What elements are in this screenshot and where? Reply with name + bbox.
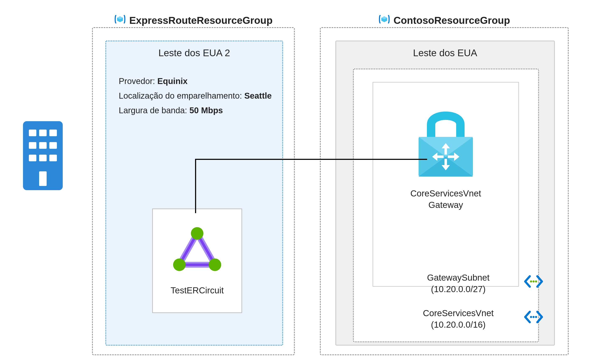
resource-group-expressroute: ExpressRouteResourceGroup Leste dos EUA … [92, 27, 295, 355]
svg-rect-7 [29, 155, 36, 161]
circuit-info-block: Provedor: Equinix Localização do emparel… [119, 74, 272, 118]
svg-point-16 [173, 259, 186, 271]
svg-rect-8 [39, 155, 47, 161]
region-title-left: Leste dos EUA 2 [106, 47, 282, 59]
gateway-label-line1: CoreServicesVnet [410, 188, 481, 198]
gateway-panel: CoreServicesVnet Gateway [373, 82, 519, 287]
svg-rect-5 [39, 142, 47, 149]
rg-title-right: ContosoResourceGroup [321, 13, 568, 27]
vnet-icon [523, 310, 544, 325]
svg-point-27 [535, 280, 537, 283]
resource-group-icon [378, 13, 390, 27]
peering-value: Seattle [244, 91, 272, 100]
region-box-left: Leste dos EUA 2 Provedor: Equinix Locali… [105, 40, 283, 346]
resource-group-icon [114, 13, 126, 27]
svg-rect-6 [49, 142, 57, 149]
rg-title-right-text: ContosoResourceGroup [393, 15, 510, 26]
subnet2-cidr: (10.20.0.0/16) [431, 320, 486, 329]
subnet1-cidr: (10.20.0.0/27) [431, 284, 486, 294]
bandwidth-value: 50 Mbps [189, 106, 223, 115]
gateway-subnet-label: GatewaySubnet (10.20.0.0/27) [406, 272, 511, 295]
subnet1-name: GatewaySubnet [427, 273, 490, 283]
svg-point-25 [530, 280, 532, 283]
connection-line [195, 159, 196, 213]
circuit-box: TestERCircuit [152, 208, 242, 313]
rg-title-left-text: ExpressRouteResourceGroup [129, 15, 273, 26]
vnet-container: CoreServicesVnet Gateway GatewaySubnet (… [353, 68, 539, 342]
svg-point-26 [533, 280, 535, 283]
svg-point-17 [209, 259, 221, 271]
provider-value: Equinix [158, 77, 187, 86]
expressroute-circuit-icon [170, 226, 224, 275]
provider-label: Provedor: [119, 77, 155, 86]
subnet2-name: CoreServicesVnet [423, 308, 494, 318]
svg-point-15 [191, 227, 203, 240]
building-icon [23, 121, 63, 190]
svg-point-28 [530, 316, 532, 318]
peering-label: Localização do emparelhamento: [119, 91, 242, 100]
resource-group-contoso: ContosoResourceGroup Leste dos EUA [320, 27, 569, 355]
region-box-right: Leste dos EUA [335, 40, 555, 346]
svg-point-30 [535, 316, 537, 318]
bandwidth-label: Largura de banda: [119, 106, 187, 115]
diagram-canvas: ExpressRouteResourceGroup Leste dos EUA … [4, 4, 609, 360]
svg-rect-9 [49, 155, 57, 161]
svg-rect-3 [49, 130, 57, 136]
gateway-label: CoreServicesVnet Gateway [410, 188, 481, 211]
svg-rect-2 [39, 130, 47, 136]
connection-line [195, 159, 427, 160]
rg-title-left: ExpressRouteResourceGroup [93, 13, 294, 27]
region-title-right: Leste dos EUA [336, 47, 554, 59]
svg-point-29 [533, 316, 535, 318]
svg-rect-10 [39, 171, 47, 186]
vpn-gateway-icon [408, 101, 483, 182]
vnet-icon [523, 274, 544, 290]
svg-rect-1 [29, 130, 36, 136]
svg-rect-4 [29, 142, 36, 149]
gateway-label-line2: Gateway [428, 200, 463, 210]
circuit-label: TestERCircuit [171, 286, 224, 296]
vnet-label: CoreServicesVnet (10.20.0.0/16) [406, 308, 511, 330]
